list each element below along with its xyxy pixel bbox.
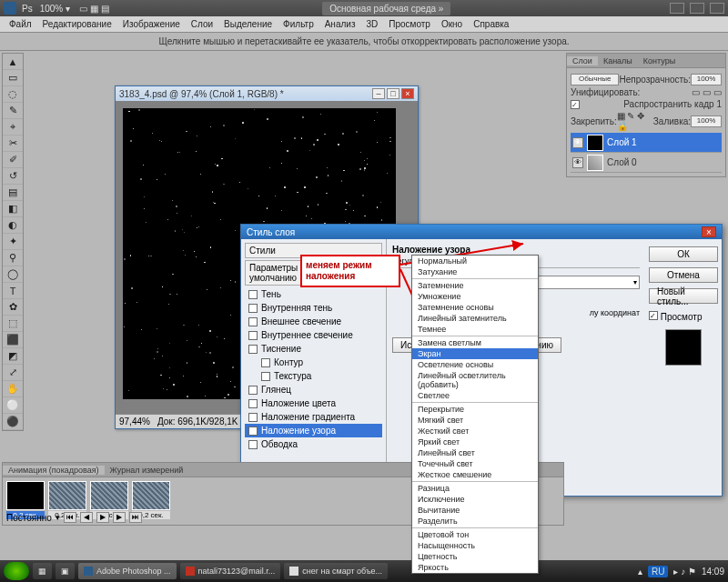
style-item[interactable]: Текстура [245, 369, 382, 383]
dropdown-option[interactable]: Жесткий свет [412, 426, 538, 436]
layer-row[interactable]: 👁Слой 1 [571, 133, 722, 153]
dialog-titlebar[interactable]: Стиль слоя × [241, 225, 722, 239]
last-frame-button[interactable]: ⏭ [129, 512, 142, 523]
opacity-input[interactable]: 100% [691, 74, 722, 85]
menu-Слои[interactable]: Слои [186, 19, 218, 29]
first-frame-button[interactable]: ⏮ [64, 512, 76, 523]
tool-14[interactable]: T [3, 283, 23, 299]
style-checkbox[interactable] [248, 440, 258, 449]
dropdown-option[interactable]: Затемнение основы [412, 302, 538, 313]
dropdown-option[interactable]: Цветность [412, 551, 538, 562]
tool-15[interactable]: ✿ [3, 299, 23, 316]
ok-button[interactable]: ОК [649, 246, 718, 262]
language-indicator[interactable]: RU [648, 566, 668, 577]
tool-6[interactable]: ✐ [3, 152, 23, 168]
maximize-button[interactable] [690, 3, 704, 14]
dropdown-option[interactable]: Разница [412, 483, 538, 494]
tool-4[interactable]: ⌖ [3, 119, 23, 135]
dropdown-option[interactable]: Точечный свет [412, 458, 538, 469]
snap-origin-label[interactable]: лу координат [590, 308, 640, 317]
style-checkbox[interactable] [248, 290, 258, 299]
visibility-icon[interactable]: 👁 [572, 157, 583, 168]
style-checkbox[interactable] [248, 317, 258, 326]
dropdown-option[interactable]: Экран [412, 348, 538, 359]
tool-16[interactable]: ⬚ [3, 316, 23, 332]
menu-Выделение[interactable]: Выделение [218, 19, 278, 29]
next-frame-button[interactable]: ▶ [113, 512, 126, 523]
layer-thumbnail[interactable] [587, 155, 603, 171]
status-zoom[interactable]: 97,44% [119, 416, 150, 426]
style-checkbox[interactable] [248, 386, 258, 395]
taskbar-item[interactable]: Adobe Photoshop ... [78, 563, 177, 579]
tool-22[interactable]: ⚫ [3, 414, 23, 430]
tool-12[interactable]: ⚲ [3, 250, 23, 266]
dropdown-option[interactable]: Яркий свет [412, 436, 538, 447]
style-item[interactable]: Обводка [245, 437, 382, 451]
doc-maximize-button[interactable]: □ [387, 88, 399, 99]
style-item[interactable]: Наложение узора [245, 424, 382, 437]
tool-3[interactable]: ✎ [3, 103, 23, 119]
tool-0[interactable]: ▲ [3, 54, 23, 70]
tool-11[interactable]: ✦ [3, 234, 23, 250]
dropdown-option[interactable]: Разделить [412, 516, 538, 527]
layer-row[interactable]: 👁Слой 0 [571, 153, 722, 173]
tool-17[interactable]: ⬛ [3, 332, 23, 348]
dropdown-option[interactable]: Светлее [412, 390, 538, 401]
anim-tab[interactable]: Анимация (покадровая) [3, 466, 105, 475]
workspace-switcher[interactable]: Основная рабочая среда » [322, 2, 450, 15]
style-item[interactable]: Тень [245, 287, 382, 301]
style-item[interactable]: Наложение цвета [245, 396, 382, 410]
dropdown-option[interactable]: Перекрытие [412, 404, 538, 415]
tool-13[interactable]: ◯ [3, 266, 23, 283]
play-button[interactable]: ▶ [96, 512, 109, 523]
tool-8[interactable]: ▤ [3, 185, 23, 201]
dialog-close-button[interactable]: × [702, 226, 716, 237]
dropdown-option[interactable]: Вычитание [412, 505, 538, 516]
style-item[interactable]: Тиснение [245, 342, 382, 356]
menu-Изображение[interactable]: Изображение [117, 19, 186, 29]
dropdown-option[interactable]: Линейный затемнитель [412, 313, 538, 324]
menu-Файл[interactable]: Файл [4, 19, 37, 29]
doc-minimize-button[interactable]: – [372, 88, 385, 99]
tool-10[interactable]: ◐ [3, 217, 23, 234]
menu-Фильтр[interactable]: Фильтр [278, 19, 319, 29]
visibility-icon[interactable]: 👁 [572, 137, 583, 148]
preview-checkbox[interactable] [649, 311, 658, 320]
menu-Окно[interactable]: Окно [436, 19, 468, 29]
style-checkbox[interactable] [248, 426, 258, 436]
menu-Просмотр[interactable]: Просмотр [383, 19, 436, 29]
tool-5[interactable]: ✂ [3, 135, 23, 152]
prev-frame-button[interactable]: ◀ [80, 512, 93, 523]
dropdown-option[interactable]: Исключение [412, 494, 538, 505]
dropdown-option[interactable]: Осветление основы [412, 359, 538, 370]
style-checkbox[interactable] [248, 304, 258, 313]
tool-1[interactable]: ▭ [3, 70, 23, 86]
blend-mode-select[interactable]: Обычные [571, 74, 619, 85]
dropdown-option[interactable]: Насыщенность [412, 540, 538, 551]
menu-Редактирование[interactable]: Редактирование [37, 19, 117, 29]
clock[interactable]: 14:09 [702, 567, 724, 577]
lock-icons[interactable]: ▦ ✎ ✥ 🔒 [617, 111, 653, 131]
style-item[interactable]: Внутреннее свечение [245, 328, 382, 342]
document-titlebar[interactable]: 3183_4.psd @ 97,4% (Слой 1, RGB/8) * – □… [116, 86, 418, 101]
taskbar-item[interactable]: снег на смарт объе... [284, 563, 388, 579]
dropdown-option[interactable]: Замена светлым [412, 337, 538, 348]
tool-2[interactable]: ◌ [3, 86, 23, 103]
dropdown-option[interactable]: Нормальный [412, 256, 538, 266]
tool-20[interactable]: ✋ [3, 381, 23, 397]
tool-7[interactable]: ↺ [3, 168, 23, 185]
layer-thumbnail[interactable] [587, 135, 603, 151]
style-item[interactable]: Внутренняя тень [245, 301, 382, 315]
start-button[interactable] [4, 562, 29, 580]
propagate-checkbox[interactable] [571, 100, 580, 109]
tool-18[interactable]: ◩ [3, 348, 23, 365]
pinned-explorer-icon[interactable]: ▦ [33, 563, 52, 579]
taskbar-item[interactable]: natali73123@mail.r... [180, 563, 281, 579]
new-style-button[interactable]: Новый стиль... [649, 288, 718, 304]
blend-mode-dropdown-list[interactable]: НормальныйЗатуханиеЗатемнениеУмножениеЗа… [411, 255, 539, 574]
style-checkbox[interactable] [248, 413, 258, 422]
dropdown-option[interactable]: Линейный свет [412, 447, 538, 458]
dropdown-option[interactable]: Мягкий свет [412, 415, 538, 426]
style-item[interactable]: Глянец [245, 383, 382, 396]
menu-Справка[interactable]: Справка [468, 19, 514, 29]
